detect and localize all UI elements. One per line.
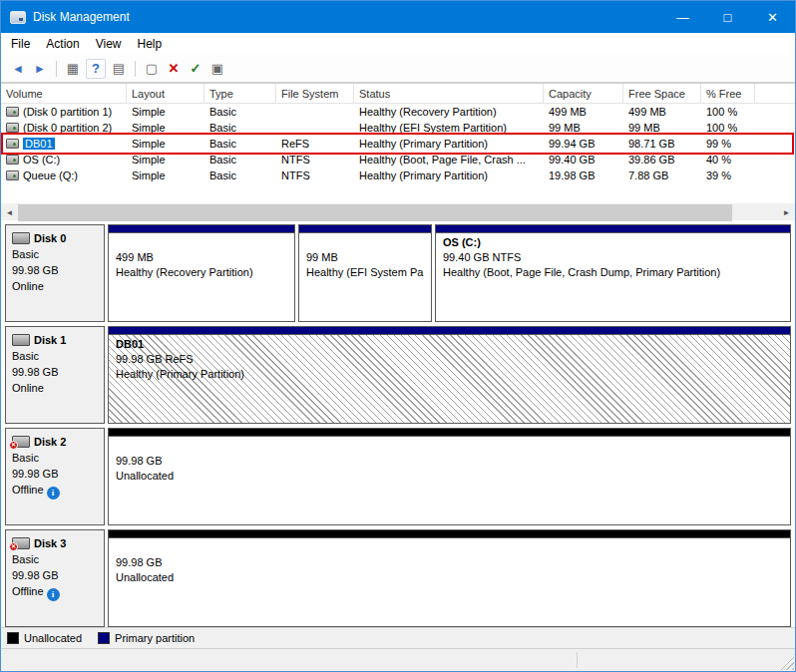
column-header-file-system[interactable]: File System	[276, 84, 354, 104]
properties-icon[interactable]: ▢	[141, 58, 163, 80]
scrollbar-thumb[interactable]	[18, 204, 732, 221]
action-pane-icon[interactable]: ▤	[108, 58, 130, 80]
forward-icon[interactable]: ►	[29, 58, 51, 80]
disk-name: Disk 0	[34, 230, 66, 246]
cell-file-system: NTFS	[276, 154, 354, 166]
cell-capacity: 19.98 GB	[544, 169, 623, 181]
disk-type: Basic	[12, 551, 98, 567]
volume-icon	[6, 155, 19, 165]
cell-status: Healthy (Primary Partition)	[354, 138, 544, 150]
column-header-filler	[755, 84, 795, 104]
menu-view[interactable]: View	[88, 35, 130, 53]
menu-action[interactable]: Action	[38, 35, 87, 53]
console-tree-icon[interactable]: ▦	[62, 58, 84, 80]
volume-list: Volume Layout Type File System Status Ca…	[1, 83, 795, 203]
disk-status-text: Offline	[12, 585, 44, 597]
disk3-header[interactable]: ✕Disk 3 Basic 99.98 GB Offlinei	[5, 529, 105, 627]
table-row[interactable]: OS (C:) Simple Basic NTFS Healthy (Boot,…	[1, 152, 795, 168]
cell-layout: Simple	[127, 154, 204, 166]
disk2-header[interactable]: ✕Disk 2 Basic 99.98 GB Offlinei	[5, 428, 105, 525]
partition-status: Healthy (Primary Partition)	[116, 367, 783, 382]
cell-layout: Simple	[127, 169, 204, 181]
cell-status: Healthy (Primary Partition)	[354, 169, 544, 181]
menu-file[interactable]: File	[3, 35, 38, 53]
toolbar-separator	[135, 61, 136, 77]
partition-unallocated[interactable]: 99.98 GB Unallocated	[108, 529, 791, 627]
check-icon[interactable]: ✓	[185, 58, 206, 80]
scroll-left-icon[interactable]: ◄	[1, 204, 18, 221]
resize-grip[interactable]	[780, 656, 794, 670]
app-icon	[10, 11, 26, 24]
partition-efi[interactable]: 99 MB Healthy (EFI System Pa	[298, 224, 432, 322]
column-header-free-space[interactable]: Free Space	[623, 84, 701, 104]
disk0-header[interactable]: Disk 0 Basic 99.98 GB Online	[5, 224, 105, 322]
disk-size: 99.98 GB	[12, 364, 98, 380]
disk-management-window: Disk Management — □ ✕ File Action View H…	[0, 0, 796, 672]
primary-partition-swatch-icon	[98, 632, 110, 644]
status-bar	[1, 648, 795, 671]
volume-name: OS (C:)	[23, 154, 60, 166]
partition-label: DB01	[116, 337, 783, 352]
cell-pct-free: 99 %	[701, 138, 755, 150]
cell-capacity: 99.40 GB	[544, 154, 623, 166]
partition-os-c[interactable]: OS (C:) 99.40 GB NTFS Healthy (Boot, Pag…	[435, 224, 791, 322]
table-row-selected[interactable]: DB01 Simple Basic ReFS Healthy (Primary …	[1, 136, 795, 152]
volume-name: Queue (Q:)	[23, 169, 78, 181]
cell-free-space: 99 MB	[623, 122, 701, 134]
column-header-pct-free[interactable]: % Free	[701, 84, 755, 104]
volume-icon	[6, 123, 19, 133]
column-header-volume[interactable]: Volume	[1, 84, 127, 104]
back-icon[interactable]: ◄	[7, 58, 29, 80]
horizontal-scrollbar[interactable]: ◄ ►	[1, 203, 795, 220]
table-row[interactable]: (Disk 0 partition 2) Simple Basic Health…	[1, 120, 795, 136]
volume-list-header: Volume Layout Type File System Status Ca…	[1, 84, 795, 104]
partition-size: 99.40 GB NTFS	[443, 250, 783, 265]
partition-band	[299, 225, 431, 233]
column-header-type[interactable]: Type	[204, 84, 276, 104]
cell-free-space: 499 MB	[623, 106, 701, 118]
status-divider	[577, 652, 578, 668]
table-row[interactable]: Queue (Q:) Simple Basic NTFS Healthy (Pr…	[1, 168, 795, 183]
disk-size: 99.98 GB	[12, 466, 98, 482]
cell-free-space: 7.88 GB	[623, 169, 701, 181]
partition-status: Healthy (Boot, Page File, Crash Dump, Pr…	[443, 265, 783, 280]
menu-help[interactable]: Help	[130, 35, 171, 53]
partition-band	[109, 327, 790, 335]
disk-name: Disk 1	[34, 332, 66, 348]
titlebar: Disk Management — □ ✕	[1, 1, 795, 33]
scroll-right-icon[interactable]: ►	[778, 204, 795, 221]
help-icon[interactable]: ?	[86, 59, 106, 79]
toolbar: ◄ ► ▦ ? ▤ ▢ ✕ ✓ ▣	[1, 55, 795, 83]
panel-icon[interactable]: ▣	[206, 58, 228, 80]
cell-pct-free: 100 %	[701, 106, 755, 118]
cell-capacity: 99.94 GB	[544, 138, 623, 150]
table-row[interactable]: (Disk 0 partition 1) Simple Basic Health…	[1, 104, 795, 120]
disk-status: Online	[12, 278, 98, 294]
disk1-header[interactable]: Disk 1 Basic 99.98 GB Online	[5, 326, 105, 424]
cell-file-system: NTFS	[276, 169, 354, 181]
partition-band	[109, 225, 294, 233]
disk-size: 99.98 GB	[12, 262, 98, 278]
maximize-button[interactable]: □	[705, 1, 750, 33]
column-header-status[interactable]: Status	[354, 84, 544, 104]
legend-label: Primary partition	[115, 632, 195, 644]
column-header-layout[interactable]: Layout	[127, 84, 204, 104]
cell-free-space: 39.86 GB	[623, 154, 701, 166]
window-title: Disk Management	[33, 10, 130, 24]
partition-status: Unallocated	[116, 570, 783, 585]
volume-icon	[6, 107, 19, 117]
delete-volume-icon[interactable]: ✕	[163, 58, 185, 80]
cell-pct-free: 100 %	[701, 122, 755, 134]
cell-status: Healthy (EFI System Partition)	[354, 122, 544, 134]
close-button[interactable]: ✕	[750, 1, 795, 33]
column-header-capacity[interactable]: Capacity	[544, 84, 623, 104]
partition-recovery[interactable]: 499 MB Healthy (Recovery Partition)	[108, 224, 295, 322]
disk-row-0: Disk 0 Basic 99.98 GB Online 499 MB Heal…	[5, 224, 791, 322]
partition-unallocated[interactable]: 99.98 GB Unallocated	[108, 428, 791, 525]
disk-status: Offlinei	[12, 482, 98, 500]
minimize-button[interactable]: —	[660, 1, 705, 33]
partition-db01-selected[interactable]: DB01 99.98 GB ReFS Healthy (Primary Part…	[108, 326, 791, 424]
disk-size: 99.98 GB	[12, 567, 98, 583]
menubar: File Action View Help	[1, 33, 795, 55]
info-icon: i	[47, 588, 60, 601]
